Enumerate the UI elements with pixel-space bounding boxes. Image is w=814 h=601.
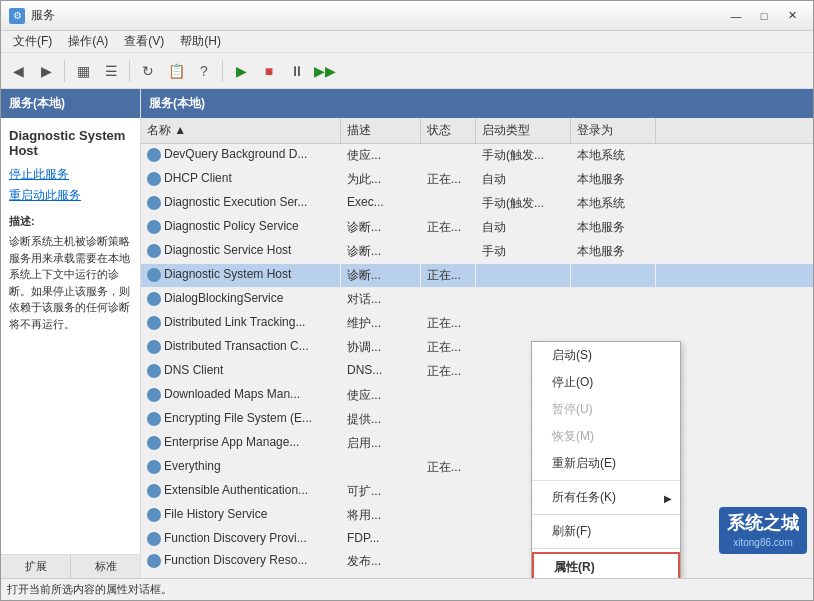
stop-service-link[interactable]: 停止此服务 bbox=[1, 164, 140, 185]
help-button[interactable]: ? bbox=[191, 58, 217, 84]
table-row[interactable]: GameDVR 和广播用户服务...此用... bbox=[141, 574, 813, 578]
cell-login: 本地服务 bbox=[571, 216, 656, 239]
col-header-desc[interactable]: 描述 bbox=[341, 118, 421, 143]
cell-status: 正在... bbox=[421, 360, 476, 383]
service-icon bbox=[147, 460, 161, 474]
menu-action[interactable]: 操作(A) bbox=[60, 31, 116, 52]
cell-name: Function Discovery Reso... bbox=[141, 550, 341, 573]
pause-button[interactable]: ⏸ bbox=[284, 58, 310, 84]
context-menu-item-all-tasks[interactable]: 所有任务(K)▶ bbox=[532, 484, 680, 511]
context-menu-item-start[interactable]: 启动(S) bbox=[532, 342, 680, 369]
cell-start: 手动(触发... bbox=[476, 144, 571, 167]
cell-desc: 发布... bbox=[341, 550, 421, 573]
main-window: ⚙ 服务 — □ ✕ 文件(F) 操作(A) 查看(V) 帮助(H) ◀ ▶ ▦… bbox=[0, 0, 814, 601]
forward-button[interactable]: ▶ bbox=[33, 58, 59, 84]
toolbar-separator-2 bbox=[129, 60, 130, 82]
submenu-arrow-icon: ▶ bbox=[664, 492, 672, 503]
restart-play-button[interactable]: ▶▶ bbox=[312, 58, 338, 84]
table-row[interactable]: File History Service将用... bbox=[141, 504, 813, 528]
context-menu-item-pause: 暂停(U) bbox=[532, 396, 680, 423]
cell-status bbox=[421, 240, 476, 263]
play-button[interactable]: ▶ bbox=[228, 58, 254, 84]
table-row[interactable]: Distributed Link Tracking...维护...正在... bbox=[141, 312, 813, 336]
service-icon bbox=[147, 340, 161, 354]
col-header-login[interactable]: 登录为 bbox=[571, 118, 656, 143]
table-row[interactable]: Encrypting File System (E...提供... bbox=[141, 408, 813, 432]
close-button[interactable]: ✕ bbox=[779, 6, 805, 26]
left-panel-tabs: 扩展 标准 bbox=[1, 554, 140, 578]
cell-name: File History Service bbox=[141, 504, 341, 527]
col-header-name[interactable]: 名称 ▲ bbox=[141, 118, 341, 143]
cell-desc: 诊断... bbox=[341, 240, 421, 263]
show-console-button[interactable]: ▦ bbox=[70, 58, 96, 84]
context-menu-item-properties[interactable]: 属性(R) bbox=[532, 552, 680, 578]
cell-desc bbox=[341, 456, 421, 479]
table-row[interactable]: Function Discovery Reso...发布... bbox=[141, 550, 813, 574]
services-table[interactable]: 名称 ▲ 描述 状态 启动类型 登录为 DevQuery Background … bbox=[141, 118, 813, 578]
menu-help[interactable]: 帮助(H) bbox=[172, 31, 229, 52]
context-menu-item-resume: 恢复(M) bbox=[532, 423, 680, 450]
cell-status: 正在... bbox=[421, 168, 476, 191]
service-icon bbox=[147, 268, 161, 282]
table-row[interactable]: Extensible Authentication...可扩... bbox=[141, 480, 813, 504]
left-panel-service-name: Diagnostic System Host bbox=[1, 118, 140, 164]
table-header: 名称 ▲ 描述 状态 启动类型 登录为 bbox=[141, 118, 813, 144]
table-row[interactable]: DialogBlockingService对话... bbox=[141, 288, 813, 312]
cell-start bbox=[476, 264, 571, 287]
export-button[interactable]: 📋 bbox=[163, 58, 189, 84]
tab-standard[interactable]: 标准 bbox=[71, 555, 140, 578]
col-header-status[interactable]: 状态 bbox=[421, 118, 476, 143]
cell-status: 正在... bbox=[421, 264, 476, 287]
table-row[interactable]: Diagnostic Service Host诊断...手动本地服务 bbox=[141, 240, 813, 264]
cell-start: 自动 bbox=[476, 216, 571, 239]
menu-file[interactable]: 文件(F) bbox=[5, 31, 60, 52]
toolbar: ◀ ▶ ▦ ☰ ↻ 📋 ? ▶ ■ ⏸ ▶▶ bbox=[1, 53, 813, 89]
service-icon bbox=[147, 554, 161, 568]
cell-name: DHCP Client bbox=[141, 168, 341, 191]
service-icon bbox=[147, 364, 161, 378]
menu-view[interactable]: 查看(V) bbox=[116, 31, 172, 52]
refresh-button[interactable]: ↻ bbox=[135, 58, 161, 84]
table-row[interactable]: Distributed Transaction C...协调...正在... bbox=[141, 336, 813, 360]
table-row[interactable]: Downloaded Maps Man...使应... bbox=[141, 384, 813, 408]
maximize-button[interactable]: □ bbox=[751, 6, 777, 26]
cell-desc: 协调... bbox=[341, 336, 421, 359]
context-menu-item-stop[interactable]: 停止(O) bbox=[532, 369, 680, 396]
table-row[interactable]: Diagnostic Policy Service诊断...正在...自动本地服… bbox=[141, 216, 813, 240]
cell-desc: 可扩... bbox=[341, 480, 421, 503]
table-row[interactable]: DNS ClientDNS...正在... bbox=[141, 360, 813, 384]
table-row[interactable]: Enterprise App Manage...启用... bbox=[141, 432, 813, 456]
cell-login bbox=[571, 264, 656, 287]
cell-name: Diagnostic Service Host bbox=[141, 240, 341, 263]
minimize-button[interactable]: — bbox=[723, 6, 749, 26]
col-header-start[interactable]: 启动类型 bbox=[476, 118, 571, 143]
tab-extend[interactable]: 扩展 bbox=[1, 555, 71, 578]
context-menu-item-restart[interactable]: 重新启动(E) bbox=[532, 450, 680, 477]
cell-status bbox=[421, 192, 476, 215]
show-list-button[interactable]: ☰ bbox=[98, 58, 124, 84]
cell-name: Distributed Link Tracking... bbox=[141, 312, 341, 335]
cell-name: Diagnostic Policy Service bbox=[141, 216, 341, 239]
table-row[interactable]: DevQuery Background D...使应...手动(触发...本地系… bbox=[141, 144, 813, 168]
left-panel-header[interactable]: 服务(本地) bbox=[1, 89, 140, 118]
cell-login: 本地系统 bbox=[571, 192, 656, 215]
cell-login: 本地服务 bbox=[571, 168, 656, 191]
table-row[interactable]: Everything正在... bbox=[141, 456, 813, 480]
table-row[interactable]: DHCP Client为此...正在...自动本地服务 bbox=[141, 168, 813, 192]
cell-desc: 将用... bbox=[341, 504, 421, 527]
service-description: 诊断系统主机被诊断策略服务用来承载需要在本地系统上下文中运行的诊断。如果停止该服… bbox=[1, 233, 140, 332]
cell-name: DialogBlockingService bbox=[141, 288, 341, 311]
table-row[interactable]: Diagnostic Execution Ser...Exec...手动(触发.… bbox=[141, 192, 813, 216]
service-icon bbox=[147, 148, 161, 162]
context-menu-item-refresh[interactable]: 刷新(F) bbox=[532, 518, 680, 545]
back-button[interactable]: ◀ bbox=[5, 58, 31, 84]
table-row[interactable]: Function Discovery Provi...FDP... bbox=[141, 528, 813, 550]
stop-button[interactable]: ■ bbox=[256, 58, 282, 84]
context-menu: 启动(S)停止(O)暂停(U)恢复(M)重新启动(E)所有任务(K)▶刷新(F)… bbox=[531, 341, 681, 578]
service-icon bbox=[147, 244, 161, 258]
cell-status: 正在... bbox=[421, 336, 476, 359]
table-row[interactable]: Diagnostic System Host诊断...正在... bbox=[141, 264, 813, 288]
cell-status: 正在... bbox=[421, 456, 476, 479]
restart-service-link[interactable]: 重启动此服务 bbox=[1, 185, 140, 206]
cell-desc: 诊断... bbox=[341, 216, 421, 239]
